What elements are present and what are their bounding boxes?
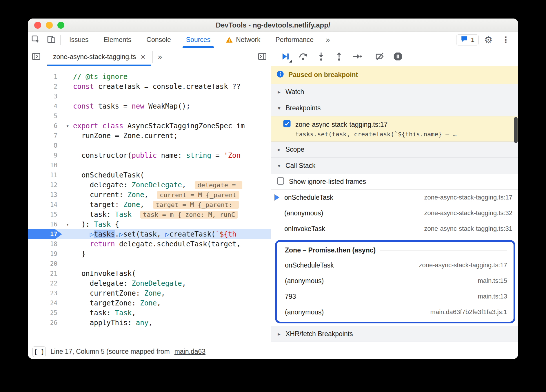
- stack-frame[interactable]: (anonymous)main.ts:15: [277, 273, 514, 289]
- tab-performance[interactable]: Performance: [268, 32, 321, 48]
- settings-button[interactable]: ⚙: [481, 34, 496, 45]
- line-number[interactable]: 22: [28, 279, 62, 288]
- code-line-5: 5: [28, 111, 271, 121]
- tab-label: Console: [146, 36, 171, 44]
- code-token: delegate =: [195, 181, 242, 189]
- line-number[interactable]: 6: [28, 121, 62, 131]
- code-token: constructor(: [73, 151, 132, 160]
- tab-label: Issues: [69, 36, 88, 44]
- line-number[interactable]: 8: [28, 141, 62, 151]
- section-xhr-breakpoints[interactable]: ▸ XHR/fetch Breakpoints: [271, 326, 518, 342]
- fold-spacer: [62, 170, 73, 180]
- section-scope[interactable]: ▸ Scope: [271, 142, 518, 158]
- message-count: 1: [471, 36, 474, 44]
- tab-issues[interactable]: Issues: [62, 32, 96, 48]
- step-button[interactable]: [349, 50, 365, 64]
- line-number[interactable]: 2: [28, 82, 62, 91]
- line-number[interactable]: 11: [28, 170, 62, 180]
- execution-line-number[interactable]: 17: [28, 229, 62, 239]
- zoom-window-button[interactable]: [57, 22, 64, 29]
- stack-frame[interactable]: onScheduleTaskzone-async-stack-tagging.t…: [271, 190, 518, 205]
- line-number[interactable]: 25: [28, 308, 62, 318]
- code-text: delegate: ZoneDelegate,: [73, 279, 271, 288]
- line-number[interactable]: 19: [28, 249, 62, 259]
- titlebar: DevTools - ng-devtools.netlify.app/: [28, 19, 518, 32]
- checkbox-checked-icon[interactable]: [283, 119, 291, 130]
- line-number[interactable]: 12: [28, 180, 62, 190]
- device-toolbar-button[interactable]: [43, 32, 59, 48]
- stack-frame[interactable]: onScheduleTaskzone-async-stack-tagging.t…: [277, 257, 514, 273]
- tab-sources[interactable]: Sources: [179, 32, 218, 48]
- step-marker-icon[interactable]: ▷: [165, 230, 169, 238]
- code-token: public: [132, 151, 157, 160]
- line-number[interactable]: 18: [28, 239, 62, 249]
- checkbox-unchecked-icon[interactable]: [276, 177, 285, 187]
- line-number[interactable]: 15: [28, 210, 62, 219]
- line-number[interactable]: 23: [28, 288, 62, 298]
- close-window-button[interactable]: [34, 22, 41, 29]
- line-number[interactable]: 4: [28, 101, 62, 111]
- file-tab[interactable]: zone-async-stack-tagging.ts ×: [47, 48, 151, 66]
- line-number[interactable]: 9: [28, 151, 62, 160]
- gear-icon: ⚙: [484, 34, 493, 45]
- stack-frame[interactable]: onInvokeTaskzone-async-stack-tagging.ts:…: [271, 221, 518, 237]
- line-number[interactable]: 20: [28, 259, 62, 269]
- code-token: targetZone:: [73, 299, 140, 307]
- fold-arrow-icon[interactable]: ▾: [62, 219, 73, 229]
- show-ignore-listed-toggle[interactable]: Show ignore-listed frames: [271, 174, 518, 190]
- step-into-button[interactable]: [313, 50, 329, 64]
- code-line-1: 1// @ts-ignore: [28, 72, 271, 82]
- tab-console[interactable]: Console: [139, 32, 178, 48]
- line-number[interactable]: 26: [28, 318, 62, 328]
- line-number[interactable]: 1: [28, 72, 62, 82]
- line-number[interactable]: 16: [28, 219, 62, 229]
- stack-frame[interactable]: (anonymous)zone-async-stack-tagging.ts:3…: [271, 205, 518, 221]
- line-number[interactable]: 14: [28, 200, 62, 210]
- line-number[interactable]: 5: [28, 111, 62, 121]
- line-number[interactable]: 24: [28, 298, 62, 308]
- step-out-button[interactable]: [331, 50, 347, 64]
- main-menu-button[interactable]: ⋮: [498, 35, 514, 45]
- chevron-down-icon: ▾: [276, 162, 283, 169]
- more-panels-chevron[interactable]: »: [321, 32, 334, 48]
- stack-frame[interactable]: 793main.ts:13: [277, 289, 514, 304]
- step-marker-icon[interactable]: ▷: [119, 230, 123, 238]
- code-editor[interactable]: 1// @ts-ignore2const createTask = consol…: [28, 66, 271, 344]
- section-call-stack[interactable]: ▾ Call Stack: [271, 158, 518, 174]
- tab-elements[interactable]: Elements: [96, 32, 139, 48]
- line-number[interactable]: 21: [28, 269, 62, 279]
- code-text: current: Zone,current = M {_parent: [73, 190, 271, 200]
- section-watch[interactable]: ▸ Watch: [271, 84, 518, 100]
- line-number[interactable]: 7: [28, 131, 62, 141]
- inspect-element-button[interactable]: [28, 32, 43, 48]
- code-token: delegate:: [73, 181, 132, 189]
- source-map-link[interactable]: main.da63: [174, 348, 205, 356]
- scrollbar-thumb[interactable]: [514, 117, 518, 143]
- line-number[interactable]: 10: [28, 160, 62, 170]
- resume-button[interactable]: [277, 50, 293, 64]
- main-toolbar: IssuesElementsConsoleSourcesNetworkPerfo…: [28, 32, 518, 48]
- ignore-label: Show ignore-listed frames: [289, 178, 366, 186]
- pause-on-exceptions-button[interactable]: [390, 50, 406, 64]
- stack-frame[interactable]: (anonymous)main.da63f7b2fe3f1fa3.js:1: [277, 304, 514, 320]
- toolbar-divider: [60, 35, 61, 45]
- kebab-menu-icon: ⋮: [501, 35, 510, 45]
- step-over-button[interactable]: [295, 50, 311, 64]
- more-tabs-chevron[interactable]: »: [154, 48, 166, 66]
- console-messages-button[interactable]: 1: [456, 34, 479, 45]
- toggle-debugger-sidebar-button[interactable]: [254, 48, 271, 66]
- pretty-print-button[interactable]: { }: [32, 346, 46, 357]
- minimize-window-button[interactable]: [46, 22, 53, 29]
- close-tab-icon[interactable]: ×: [141, 53, 145, 61]
- step-marker-icon[interactable]: ▷: [90, 230, 94, 238]
- tab-network[interactable]: Network: [218, 32, 268, 48]
- fold-arrow-icon[interactable]: ▾: [62, 121, 73, 131]
- navigator-toggle-button[interactable]: [28, 48, 45, 66]
- line-number[interactable]: 3: [28, 91, 62, 101]
- breakpoint-entry[interactable]: zone-async-stack-tagging.ts:17 tasks.set…: [271, 116, 518, 142]
- line-number[interactable]: 13: [28, 190, 62, 200]
- device-toolbar-icon: [47, 35, 56, 45]
- deactivate-breakpoints-button[interactable]: [372, 50, 388, 64]
- section-breakpoints[interactable]: ▾ Breakpoints: [271, 100, 518, 116]
- frame-name: onScheduleTask: [285, 261, 334, 269]
